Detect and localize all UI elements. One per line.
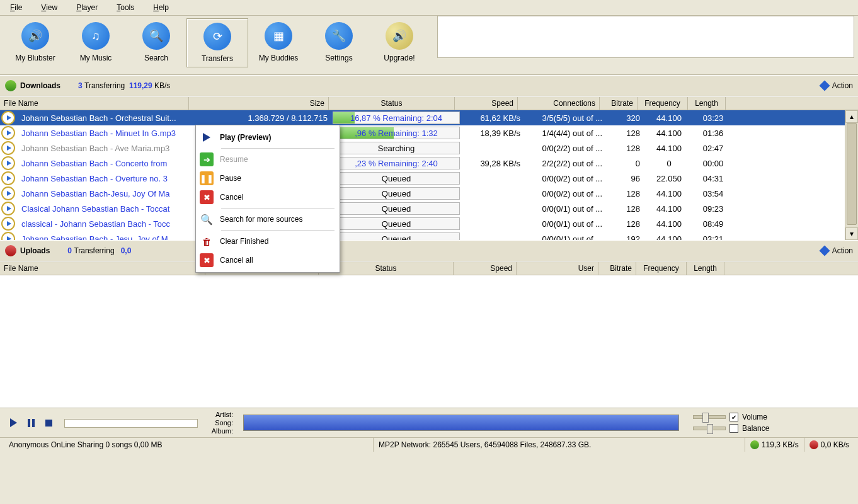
col-speed[interactable]: Speed (454, 262, 517, 275)
col-frequency[interactable]: Frequency (636, 262, 687, 275)
toolbar-my-buddies[interactable]: ▦My Buddies (248, 18, 309, 66)
col-user[interactable]: User (517, 262, 598, 275)
file-length: 04:31 (694, 174, 732, 183)
download-row[interactable]: Clasical Johann Sebastian Bach - ToccatQ… (0, 201, 858, 216)
file-connections: 0/0(2/2) out of ... (524, 144, 606, 153)
col-status[interactable]: Status (329, 97, 455, 110)
menu-tools[interactable]: Tools (113, 2, 138, 13)
col-length[interactable]: Length (687, 262, 724, 275)
ctx-pause[interactable]: ❚❚Pause (196, 169, 340, 188)
file-icon (1, 111, 15, 125)
file-bitrate: 0 (606, 159, 644, 168)
file-frequency: 44.100 (644, 144, 694, 153)
toolbar-upgrade[interactable]: 🔊Upgrade! (369, 18, 430, 66)
col-connections[interactable]: Connections (518, 97, 600, 110)
download-row[interactable]: Johann Sebastian Bach - Concerto from,23… (0, 156, 858, 171)
file-connections: 0/0(0/1) out of ... (524, 219, 606, 229)
file-connections: 0/0(0/2) out of ... (524, 174, 606, 183)
file-status: 16,87 % Remaining: 2:04 (333, 112, 460, 124)
downloads-action-button[interactable]: Action (832, 81, 853, 90)
file-name: Johann Sebastian Bach - Overture no. 3 (18, 174, 192, 183)
ctx-play-preview[interactable]: Play (Preview) (196, 128, 340, 147)
col-speed[interactable]: Speed (455, 97, 518, 110)
col-filename[interactable]: File Name (0, 97, 189, 110)
menu-file[interactable]: FFileile (6, 2, 26, 13)
menu-player[interactable]: Player (72, 2, 101, 13)
pause-button[interactable] (26, 418, 35, 427)
toolbar-search[interactable]: 🔍Search (126, 18, 186, 66)
file-size: 1.368.729 / 8.112.715 (192, 113, 331, 123)
download-row[interactable]: Johann Sebastian Bach - Ave Maria.mp3Sea… (0, 140, 858, 156)
download-row[interactable]: classical - Johann Sebastian Bach - Tocc… (0, 216, 858, 231)
file-speed: 61,62 KB/s (461, 113, 524, 123)
file-icon (1, 217, 15, 231)
file-name: Johann Sebastian Bach - Orchestral Suit.… (18, 113, 192, 123)
scroll-up-icon[interactable]: ▴ (845, 110, 858, 123)
file-length: 02:47 (694, 144, 732, 153)
scrollbar[interactable]: ▴ ▾ (845, 110, 858, 240)
toolbar-transfers[interactable]: ⟳Transfers (186, 18, 248, 67)
ctx-clear-finished[interactable]: Clear Finished (196, 232, 340, 251)
col-size[interactable]: Size (189, 97, 329, 110)
pause-icon: ❚❚ (200, 171, 214, 185)
download-row[interactable]: Johann Sebastian Bach - Jesu, Joy of MQu… (0, 231, 858, 240)
file-bitrate: 192 (606, 234, 644, 241)
track-progress[interactable] (64, 419, 198, 428)
col-length[interactable]: Length (688, 97, 726, 110)
uploads-action-button[interactable]: Action (832, 246, 853, 255)
scroll-down-icon[interactable]: ▾ (845, 227, 858, 240)
ctx-cancel-all[interactable]: ✖Cancel all (196, 251, 340, 270)
download-row[interactable]: Johann Sebastian Bach - Orchestral Suit.… (0, 110, 858, 125)
toolbar-settings[interactable]: 🔧Settings (309, 18, 369, 66)
file-status: ,23 % Remaining: 2:40 (333, 157, 460, 169)
file-status: Queued (333, 232, 460, 240)
uploads-rate: 0,0 (121, 246, 132, 255)
status-network: MP2P Network: 265545 Users, 64594088 Fil… (374, 438, 745, 452)
scroll-thumb[interactable] (847, 123, 857, 225)
play-button[interactable] (9, 418, 18, 427)
download-row[interactable]: Johann Sebastian Bach-Jesu, Joy Of MaQue… (0, 186, 858, 201)
file-name: Johann Sebastian Bach - Concerto from (18, 159, 192, 168)
file-frequency: 44.100 (644, 234, 694, 241)
menu-help[interactable]: Help (149, 2, 173, 13)
ctx-cancel[interactable]: ✖Cancel (196, 188, 340, 207)
file-status: Queued (333, 217, 460, 230)
ctx-search-more[interactable]: Search for more sources (196, 210, 340, 229)
file-status: Searching (333, 142, 460, 154)
menu-view[interactable]: View (37, 2, 61, 13)
col-bitrate[interactable]: Bitrate (598, 262, 636, 275)
balance-control[interactable]: Balance (693, 424, 769, 433)
ctx-resume[interactable]: ➔Resume (196, 150, 340, 169)
file-bitrate: 96 (606, 174, 644, 183)
stop-button[interactable] (44, 418, 53, 427)
file-length: 00:00 (694, 159, 732, 168)
globe-down-icon (750, 440, 759, 449)
balance-checkbox[interactable] (729, 424, 738, 433)
file-status: Queued (333, 187, 460, 200)
download-row[interactable]: Johann Sebastian Bach - Overture no. 3Qu… (0, 171, 858, 186)
cancel-icon: ✖ (200, 190, 214, 204)
status-sharing: Anonymous OnLine Sharing 0 songs 0,00 MB (4, 438, 374, 452)
col-frequency[interactable]: Frequency (638, 97, 688, 110)
col-bitrate[interactable]: Bitrate (600, 97, 638, 110)
file-length: 01:36 (694, 129, 732, 138)
downloads-columns: File Name Size Status Speed Connections … (0, 96, 858, 110)
globe-icon (5, 245, 16, 256)
file-status: Queued (333, 202, 460, 215)
uploads-count: 0 (67, 246, 72, 255)
volume-control[interactable]: ✔ Volume (693, 413, 769, 421)
buddies-icon: ▦ (265, 22, 292, 50)
file-frequency: 44.100 (644, 113, 694, 123)
download-row[interactable]: Johann Sebastian Bach - Minuet In G.mp3,… (0, 125, 858, 140)
file-connections: 1/4(4/4) out of ... (524, 129, 606, 138)
toolbar-my-blubster[interactable]: 🔊My Blubster (5, 18, 66, 66)
volume-checkbox[interactable]: ✔ (729, 413, 738, 421)
menubar: FFileile View Player Tools Help (0, 0, 858, 16)
file-name: Johann Sebastian Bach-Jesu, Joy Of Ma (18, 189, 192, 198)
col-filename[interactable]: File Name (0, 262, 205, 275)
uploads-columns: File Name Size Status Speed User Bitrate… (0, 261, 858, 275)
file-speed: 18,39 KB/s (461, 129, 524, 138)
file-name: Johann Sebastian Bach - Minuet In G.mp3 (18, 129, 192, 138)
file-bitrate: 128 (606, 144, 644, 153)
toolbar-my-music[interactable]: ♫My Music (66, 18, 126, 66)
